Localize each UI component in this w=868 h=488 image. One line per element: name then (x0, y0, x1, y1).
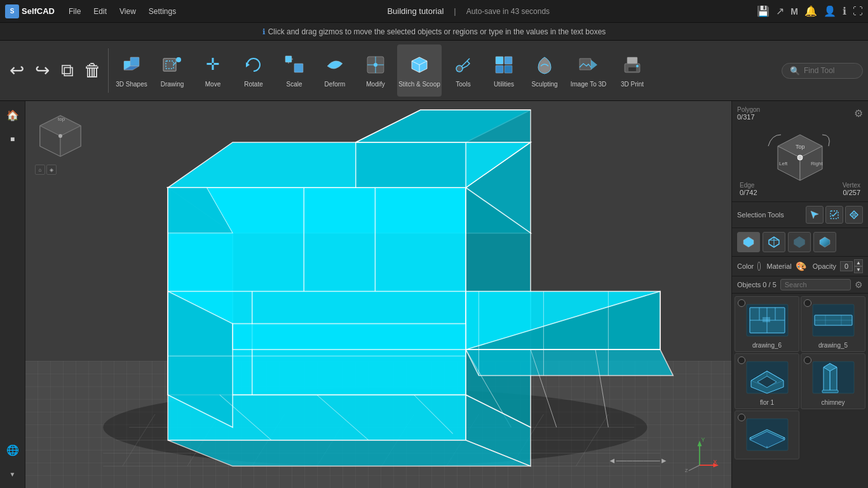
display-modes-section (732, 228, 868, 257)
search-icon: 🔍 (790, 66, 800, 76)
svg-marker-65 (168, 440, 531, 466)
project-title: Building tutorial (387, 6, 444, 16)
expand-icon[interactable]: ▼ (4, 465, 22, 483)
opacity-label: Opacity (813, 262, 836, 270)
solid-view-btn[interactable] (737, 232, 760, 252)
scale-icon (283, 53, 306, 79)
object-chimney[interactable]: chimney (801, 353, 865, 409)
svg-rect-19 (496, 57, 503, 64)
tool-modify[interactable]: Modify (356, 44, 395, 97)
tool-stitch-scoop[interactable]: Stitch & Scoop (397, 44, 442, 97)
home-button[interactable]: 🏠 (4, 106, 22, 124)
object-flor-1[interactable]: flor 1 (735, 353, 799, 409)
object-thumb-chimney (808, 356, 858, 398)
menu-edit[interactable]: Edit (90, 4, 111, 18)
delete-button[interactable]: 🗑 (81, 44, 104, 97)
separator-1 (108, 48, 109, 93)
tool-rotate[interactable]: Rotate (234, 44, 273, 97)
object-thumb-drawing-5 (808, 299, 858, 341)
building-container: ◄────────► (25, 101, 731, 488)
material-icon[interactable]: 🎨 (796, 261, 806, 271)
autosave-text: Auto-save in 43 seconds (466, 7, 550, 16)
logo-icon: S (5, 4, 19, 18)
3d-print-icon (621, 53, 644, 79)
copy-button[interactable]: ⧉ (56, 44, 79, 97)
nav-icon-2[interactable]: ■ (4, 130, 22, 148)
tool-3d-shapes[interactable]: 3D Shapes (112, 44, 151, 97)
tool-move-label: Move (205, 81, 220, 88)
undo-button[interactable]: ↩ (5, 44, 28, 97)
fullscreen-icon[interactable]: ⛶ (853, 6, 863, 17)
object-thumb-drawing-6 (742, 299, 792, 341)
layers-icon[interactable]: 🌐 (4, 441, 22, 459)
polygon-value: 0/317 (737, 113, 760, 121)
help-icon[interactable]: ℹ (843, 5, 846, 17)
svg-marker-56 (466, 349, 673, 376)
building-svg: ◄────────► (25, 101, 731, 488)
svg-text:Y: Y (702, 437, 705, 443)
color-picker[interactable] (757, 262, 760, 271)
redo-button[interactable]: ↪ (31, 44, 53, 97)
opacity-control[interactable]: 0 ▲ ▼ (840, 259, 863, 273)
wireframe-view-btn[interactable] (763, 232, 785, 252)
select-mode-2[interactable] (825, 206, 843, 224)
toolbar: ↩ ↪ ⧉ 🗑 3D Shapes Drawing (0, 41, 868, 101)
svg-marker-67 (233, 323, 466, 349)
find-tool-input[interactable] (804, 66, 855, 75)
menu-view[interactable]: View (116, 4, 140, 18)
selection-tools-section: Selection Tools (732, 202, 868, 228)
object-drawing-6[interactable]: drawing_6 (735, 296, 799, 352)
tool-image-to-3d[interactable]: Image To 3D (566, 44, 611, 97)
select-mode-3[interactable] (845, 206, 863, 224)
notification-icon[interactable]: 🔔 (804, 5, 817, 17)
polygon-label: Polygon (737, 106, 760, 113)
drawing-icon (161, 53, 184, 79)
tool-3d-shapes-label: 3D Shapes (116, 81, 147, 88)
opacity-down[interactable]: ▼ (854, 266, 863, 273)
tool-tools[interactable]: Tools (444, 44, 482, 97)
svg-marker-53 (356, 110, 531, 142)
search-box[interactable] (780, 279, 851, 290)
settings-gear-icon[interactable]: ⚙ (854, 107, 863, 119)
perspective-btn[interactable]: ◈ (46, 165, 57, 175)
view-cube[interactable]: top ⌂ ◈ (35, 111, 86, 175)
material-label: Material (767, 262, 792, 270)
share-icon[interactable]: ↗ (776, 5, 784, 17)
shaded-view-btn[interactable] (813, 232, 836, 252)
tool-deform[interactable]: Deform (316, 44, 354, 97)
svg-marker-46 (168, 142, 531, 187)
home-view-btn[interactable]: ⌂ (35, 165, 45, 175)
svg-rect-22 (505, 65, 512, 73)
search-input[interactable] (785, 281, 829, 288)
object-radio-drawing-5 (804, 299, 811, 307)
save-icon[interactable]: 💾 (757, 5, 770, 17)
select-mode-1[interactable] (806, 206, 824, 224)
sketchfab-icon[interactable]: M (790, 6, 798, 17)
tool-utilities-label: Utilities (494, 81, 514, 88)
center-title: Building tutorial | Auto-save in 43 seco… (185, 6, 752, 16)
tool-drawing[interactable]: Drawing (153, 44, 191, 97)
tool-3d-print[interactable]: 3D Print (613, 44, 651, 97)
orientation-cube[interactable]: Top Left Right Vertex 0/257 Edge 0/742 (737, 123, 863, 196)
menu-settings[interactable]: Settings (145, 4, 180, 18)
transparent-view-btn[interactable] (788, 232, 811, 252)
tool-sculpting[interactable]: Sculpting (526, 44, 564, 97)
viewport[interactable]: ◄────────► top ⌂ ◈ (25, 101, 731, 488)
menu-file[interactable]: File (65, 4, 85, 18)
tool-scale[interactable]: Scale (275, 44, 313, 97)
tool-utilities[interactable]: Utilities (485, 44, 523, 97)
opacity-up[interactable]: ▲ (854, 259, 863, 266)
objects-settings-icon[interactable]: ⚙ (855, 280, 863, 290)
color-material-row: Color Material 🎨 Opacity 0 ▲ ▼ (732, 257, 868, 276)
svg-text:Z: Z (685, 468, 688, 473)
sculpting-icon (533, 53, 556, 79)
opacity-value: 0 (840, 261, 853, 271)
tool-move[interactable]: ✛ Move (194, 44, 232, 97)
svg-text:Right: Right (811, 161, 823, 166)
tool-image-to-3d-label: Image To 3D (571, 81, 607, 88)
redo-icon: ↪ (35, 62, 50, 79)
object-drawing-5[interactable]: drawing_5 (801, 296, 865, 352)
svg-text:X: X (713, 459, 717, 465)
profile-icon[interactable]: 👤 (824, 5, 836, 17)
object-5[interactable] (735, 410, 799, 459)
